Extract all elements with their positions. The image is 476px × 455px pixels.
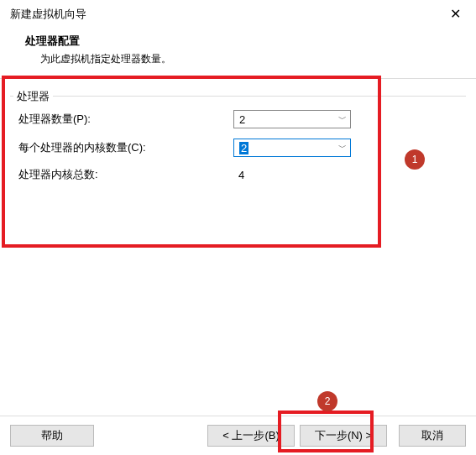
- cores-per-processor-label: 每个处理器的内核数量(C):: [17, 140, 233, 155]
- cores-per-processor-row: 每个处理器的内核数量(C): 2 ﹀: [10, 133, 466, 162]
- content-area: 处理器 处理器数量(P): 2 ﹀ 每个处理器的内核数量(C): 2 ﹀ 处理器…: [0, 78, 476, 204]
- header-section: 处理器配置 为此虚拟机指定处理器数量。: [0, 25, 476, 78]
- processor-fieldset: 处理器 处理器数量(P): 2 ﹀ 每个处理器的内核数量(C): 2 ﹀ 处理器…: [10, 96, 466, 204]
- processors-label: 处理器数量(P):: [17, 112, 233, 127]
- page-subtitle: 为此虚拟机指定处理器数量。: [25, 52, 466, 66]
- cores-per-processor-select[interactable]: 2 ﹀: [233, 139, 351, 157]
- annotation-badge-2: 2: [317, 391, 337, 411]
- chevron-down-icon: ﹀: [338, 142, 347, 154]
- close-icon[interactable]: ✕: [445, 8, 466, 21]
- back-button[interactable]: < 上一步(B): [207, 425, 295, 447]
- total-cores-value: 4: [233, 169, 244, 181]
- button-bar: 帮助 < 上一步(B) 下一步(N) > 取消: [0, 416, 476, 447]
- processors-value: 2: [239, 113, 245, 126]
- page-title: 处理器配置: [25, 34, 466, 49]
- cancel-button[interactable]: 取消: [399, 425, 466, 447]
- next-button[interactable]: 下一步(N) >: [300, 425, 387, 447]
- annotation-badge-1: 1: [405, 149, 425, 170]
- fieldset-legend: 处理器: [13, 89, 53, 104]
- nav-button-group: < 上一步(B) 下一步(N) > 取消: [207, 425, 466, 447]
- window-title: 新建虚拟机向导: [10, 7, 86, 22]
- title-bar: 新建虚拟机向导 ✕: [0, 0, 476, 25]
- total-cores-label: 处理器内核总数:: [17, 167, 233, 182]
- chevron-down-icon: ﹀: [338, 113, 347, 125]
- help-button[interactable]: 帮助: [10, 425, 94, 447]
- total-cores-row: 处理器内核总数: 4: [10, 162, 466, 187]
- processors-row: 处理器数量(P): 2 ﹀: [10, 105, 466, 133]
- processors-select[interactable]: 2 ﹀: [233, 110, 351, 128]
- cores-per-processor-value: 2: [239, 142, 248, 154]
